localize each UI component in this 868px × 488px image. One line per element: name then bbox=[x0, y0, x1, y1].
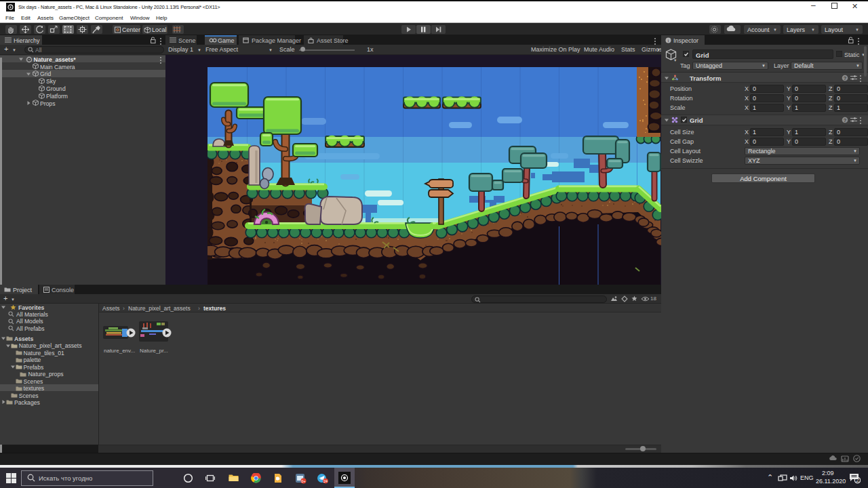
svg-text:24: 24 bbox=[323, 479, 328, 483]
svg-text:0+: 0+ bbox=[301, 479, 305, 483]
svg-text:?: ? bbox=[844, 75, 847, 81]
svg-text:2: 2 bbox=[856, 477, 859, 483]
svg-text:?: ? bbox=[844, 117, 847, 123]
svg-text:i: i bbox=[668, 38, 669, 43]
